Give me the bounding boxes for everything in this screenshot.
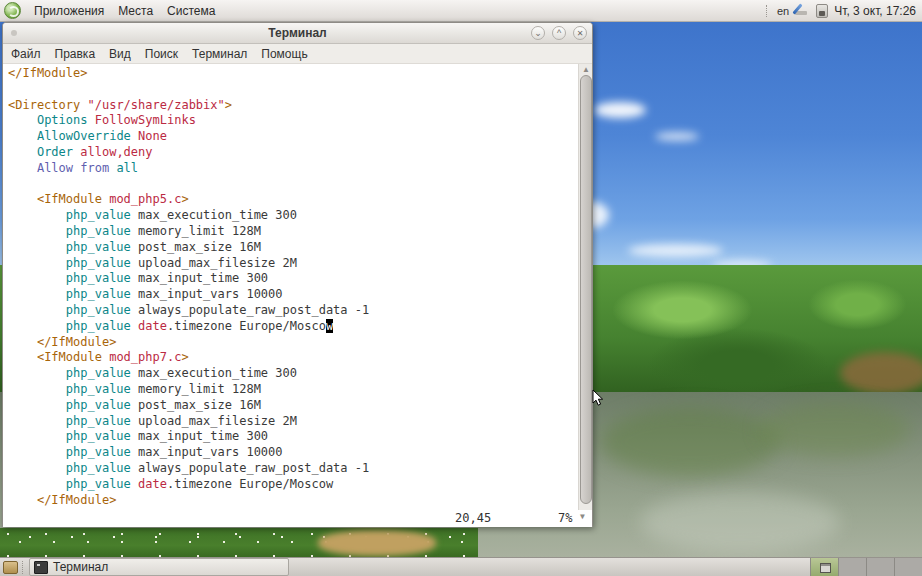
code-segment: > [181, 192, 188, 206]
code-segment: php_value [66, 319, 131, 333]
code-segment: php_value [66, 287, 131, 301]
tray-handle [766, 5, 770, 17]
code-segment [8, 208, 66, 222]
code-line: php_value upload_max_filesize 2M [8, 414, 578, 430]
menu-help[interactable]: Помощь [255, 46, 313, 62]
cloud [594, 102, 646, 118]
show-desktop-icon [3, 561, 18, 574]
code-segment [8, 429, 66, 443]
workspace-2[interactable] [838, 558, 866, 576]
code-segment [8, 113, 37, 127]
code-segment [131, 129, 138, 143]
code-segment [8, 303, 66, 317]
code-segment [8, 192, 37, 206]
terminal-window: Терминал ⌄ ^ ✕ Файл Правка Вид Поиск Тер… [2, 22, 593, 527]
code-segment [8, 287, 66, 301]
code-line [8, 177, 578, 193]
code-segment: allow,deny [80, 145, 152, 159]
code-segment [8, 493, 37, 507]
menu-applications[interactable]: Приложения [27, 2, 111, 20]
code-segment: <IfModule [37, 350, 109, 364]
code-line: php_value max_input_vars 10000 [8, 445, 578, 461]
code-segment [8, 398, 66, 412]
code-segment: php_value [66, 256, 131, 270]
taskbar-window-label: Терминал [53, 560, 108, 574]
terminal-content[interactable]: </IfModule> <Directory "/usr/share/zabbi… [3, 64, 592, 527]
code-segment: php_value [66, 445, 131, 459]
tablet-pen-icon[interactable] [794, 3, 809, 18]
code-segment: date [138, 477, 167, 491]
code-segment: max_input_time 300 [131, 271, 268, 285]
menu-places[interactable]: Места [111, 2, 160, 20]
menu-edit[interactable]: Правка [49, 46, 102, 62]
wallpaper-shore [840, 352, 922, 394]
code-segment: php_value [66, 208, 131, 222]
scrollbar-down-icon[interactable]: ▼ [580, 512, 585, 521]
code-segment: Order [37, 145, 73, 159]
window-title: Терминал [268, 26, 326, 40]
close-button[interactable]: ✕ [573, 26, 587, 40]
vim-scroll-percent: 7% [558, 511, 572, 525]
code-segment [8, 445, 66, 459]
panel-tray: en Чт, 3 окт, 17:26 [766, 3, 922, 18]
code-segment: max_input_time 300 [131, 429, 268, 443]
code-line: php_value date.timezone Europe/Moscow [8, 477, 578, 493]
code-segment: all [116, 161, 138, 175]
menu-view[interactable]: Вид [103, 46, 137, 62]
code-segment: date [138, 319, 167, 333]
code-segment [8, 319, 66, 333]
clipboard-device-icon[interactable] [814, 3, 829, 18]
code-line: php_value memory_limit 128M [8, 382, 578, 398]
code-segment [8, 129, 37, 143]
code-segment [8, 350, 37, 364]
code-segment: .timezone Europe/Moscow [167, 477, 333, 491]
menu-file[interactable]: Файл [5, 46, 47, 62]
code-line: php_value max_input_time 300 [8, 271, 578, 287]
code-line: php_value max_execution_time 300 [8, 366, 578, 382]
code-line: php_value post_max_size 16M [8, 398, 578, 414]
code-segment: Allow from [37, 161, 116, 175]
clock[interactable]: Чт, 3 окт, 17:26 [834, 4, 916, 18]
distro-logo-icon[interactable] [4, 2, 21, 19]
taskbar-separator [22, 561, 27, 574]
menu-system[interactable]: Система [160, 2, 222, 20]
window-menu-icon[interactable] [11, 30, 17, 36]
taskbar-window-button[interactable]: Терминал [29, 558, 289, 576]
code-segment [8, 240, 66, 254]
maximize-button[interactable]: ^ [552, 26, 566, 40]
workspace-4[interactable] [894, 558, 922, 576]
code-segment: post_max_size 16M [131, 240, 261, 254]
workspace-switcher [810, 558, 922, 576]
vim-statusline: 20,45 7% ▼ [3, 510, 592, 527]
code-line: <IfModule mod_php5.c> [8, 192, 578, 208]
scrollbar-thumb[interactable] [580, 75, 592, 504]
workspace-3[interactable] [866, 558, 894, 576]
code-segment: None [138, 129, 167, 143]
tree-reflection [760, 402, 910, 457]
code-segment: php_value [66, 240, 131, 254]
menu-terminal[interactable]: Терминал [186, 46, 253, 62]
minimize-button[interactable]: ⌄ [531, 26, 545, 40]
code-line: Allow from all [8, 161, 578, 177]
code-segment [131, 477, 138, 491]
mouse-cursor [592, 389, 604, 411]
scrollbar-up-icon[interactable]: ▲ [582, 65, 590, 74]
workspace-1[interactable] [810, 558, 838, 576]
code-segment: php_value [66, 271, 131, 285]
taskbar: Терминал [0, 557, 922, 576]
terminal-scrollbar[interactable]: ▲ [578, 64, 592, 510]
window-titlebar[interactable]: Терминал ⌄ ^ ✕ [3, 23, 592, 44]
code-segment: always_populate_raw_post_data -1 [131, 303, 369, 317]
code-segment: php_value [66, 303, 131, 317]
code-line: php_value memory_limit 128M [8, 224, 578, 240]
code-segment [8, 256, 66, 270]
code-segment: post_max_size 16M [131, 398, 261, 412]
code-line: Order allow,deny [8, 145, 578, 161]
code-segment: php_value [66, 477, 131, 491]
menu-search[interactable]: Поиск [139, 46, 184, 62]
code-segment [8, 461, 66, 475]
cloud-reflection [640, 492, 840, 552]
code-segment [8, 414, 66, 428]
show-desktop-button[interactable] [0, 558, 20, 576]
keyboard-layout-indicator[interactable]: en [777, 5, 789, 17]
